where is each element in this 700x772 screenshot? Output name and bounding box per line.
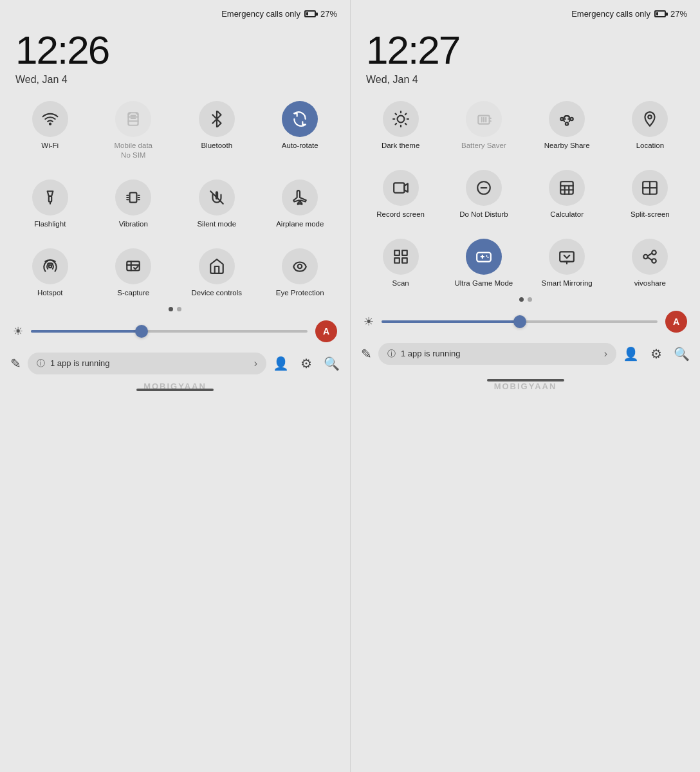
tile-splitscreen[interactable]: Split-screen	[611, 170, 690, 219]
status-bar-2: Emergency calls only 27%	[351, 0, 700, 24]
tile-autorotate-label: Auto-rotate	[282, 141, 318, 151]
running-text-1: 1 app is running	[50, 358, 249, 368]
tile-calculator[interactable]: Calculator	[528, 170, 607, 219]
avatar-btn-2[interactable]: A	[665, 311, 687, 333]
svg-rect-65	[560, 252, 574, 261]
settings-icon-1[interactable]: ⚙	[300, 356, 312, 371]
svg-point-70	[652, 259, 657, 263]
tile-recordscreen-label: Record screen	[376, 210, 425, 219]
battery-pct-2: 27%	[670, 9, 687, 19]
tile-recordscreen[interactable]: Record screen	[361, 170, 440, 219]
clock-1: 12:26	[15, 30, 335, 70]
avatar-btn-1[interactable]: A	[315, 320, 337, 342]
status-bar-1: Emergency calls only 27%	[0, 0, 350, 24]
settings-icon-2[interactable]: ⚙	[650, 346, 662, 362]
tile-scan[interactable]: Scan	[361, 239, 440, 288]
tile-smartmirroring-label: Smart Mirroring	[542, 279, 593, 288]
user-icon-1[interactable]: 👤	[273, 356, 289, 371]
brightness-icon-1: ☀	[13, 324, 23, 338]
panel-1: MOBIGYAAN Emergency calls only 27% 12:26…	[0, 0, 350, 772]
tile-vibration[interactable]: Vibration	[94, 179, 174, 229]
home-indicator-2	[487, 379, 564, 381]
search-icon-2[interactable]: 🔍	[674, 346, 690, 362]
brightness-track-1[interactable]	[31, 330, 308, 333]
tile-calculator-label: Calculator	[550, 210, 584, 219]
svg-point-23	[397, 116, 404, 123]
svg-point-63	[486, 255, 487, 257]
date-1: Wed, Jan 4	[15, 74, 335, 86]
bottom-bar-1: ✎ ⓘ 1 app is running › 👤 ⚙ 🔍	[0, 349, 350, 378]
tile-smartmirroring[interactable]: Smart Mirroring	[528, 239, 607, 288]
tile-hotspot[interactable]: Hotspot	[10, 248, 90, 298]
tile-airplanemode[interactable]: Airplane mode	[261, 179, 340, 229]
tile-batterysaver-label: Battery Saver	[461, 141, 506, 151]
tile-vibration-label: Vibration	[119, 219, 148, 229]
svg-point-22	[298, 264, 302, 269]
edit-btn-2[interactable]: ✎	[361, 346, 372, 362]
tile-ultragamemode-label: Ultra Game Mode	[454, 279, 513, 288]
dots-p1	[0, 307, 350, 311]
dot-1-active	[169, 307, 173, 311]
tile-batterysaver[interactable]: Battery Saver	[444, 101, 523, 151]
chevron-1: ›	[254, 358, 257, 369]
tile-vivoshare[interactable]: vivoshare	[611, 239, 690, 288]
svg-line-72	[648, 257, 652, 260]
tile-flashlight[interactable]: Flashlight	[10, 179, 90, 229]
dot-2-inactive	[528, 297, 532, 302]
search-icon-1[interactable]: 🔍	[324, 356, 340, 371]
brightness-track-2[interactable]	[382, 320, 658, 323]
running-pill-1[interactable]: ⓘ 1 app is running ›	[28, 353, 266, 374]
tile-scapture[interactable]: S-capture	[94, 248, 174, 298]
svg-rect-59	[402, 258, 407, 263]
dot-2-active	[519, 297, 524, 302]
date-2: Wed, Jan 4	[366, 74, 685, 86]
svg-point-0	[50, 124, 51, 125]
tile-devicecontrols[interactable]: Device controls	[177, 248, 257, 298]
running-pill-2[interactable]: ⓘ 1 app is running ›	[378, 343, 616, 365]
panel-2: MOBIGYAAN Emergency calls only 27% 12:27…	[350, 0, 700, 772]
svg-line-26	[395, 114, 396, 115]
status-text-1: Emergency calls only	[221, 9, 300, 19]
quick-tiles-row1-p1: Wi-Fi Mobile dataNo SIM Bluetooth Auto-r…	[0, 88, 350, 160]
svg-point-18	[49, 265, 51, 268]
edit-btn-1[interactable]: ✎	[10, 356, 21, 371]
svg-point-43	[649, 115, 652, 118]
svg-marker-45	[404, 183, 407, 192]
tile-bluetooth[interactable]: Bluetooth	[177, 101, 257, 160]
status-text-2: Emergency calls only	[571, 9, 650, 19]
tile-eyeprotection-label: Eye Protection	[276, 288, 324, 298]
svg-rect-56	[394, 250, 400, 255]
tile-mobiledata[interactable]: Mobile dataNo SIM	[94, 101, 174, 160]
tile-donotdisturb[interactable]: Do Not Disturb	[444, 170, 523, 219]
tile-donotdisturb-label: Do Not Disturb	[459, 210, 508, 219]
user-icon-2[interactable]: 👤	[623, 346, 639, 362]
brightness-row-1[interactable]: ☀ A	[0, 314, 350, 349]
tile-ultragamemode[interactable]: Ultra Game Mode	[444, 239, 523, 288]
tile-wifi-label: Wi-Fi	[41, 141, 59, 151]
svg-rect-48	[560, 181, 573, 194]
svg-rect-44	[394, 183, 404, 192]
brightness-row-2[interactable]: ☀ A	[351, 304, 700, 339]
clock-2: 12:27	[366, 30, 685, 70]
svg-rect-58	[394, 258, 400, 263]
tile-nearbyshare[interactable]: Nearby Share	[528, 101, 607, 151]
tile-location[interactable]: Location	[611, 101, 690, 151]
battery-icon-1	[304, 10, 316, 17]
tile-mobiledata-label: Mobile dataNo SIM	[115, 141, 152, 160]
tile-devicecontrols-label: Device controls	[191, 288, 242, 298]
running-text-2: 1 app is running	[401, 349, 599, 358]
tile-silentmode[interactable]: Silent mode	[177, 179, 257, 229]
tile-autorotate[interactable]: Auto-rotate	[261, 101, 340, 160]
tile-vivoshare-label: vivoshare	[634, 279, 666, 288]
svg-rect-10	[130, 192, 137, 202]
tile-silentmode-label: Silent mode	[197, 219, 236, 229]
svg-line-27	[405, 124, 407, 125]
bottom-icons-2: 👤 ⚙ 🔍	[623, 346, 690, 362]
svg-line-71	[648, 253, 652, 255]
tile-hotspot-label: Hotspot	[37, 288, 63, 298]
tile-wifi[interactable]: Wi-Fi	[10, 101, 90, 160]
tile-eyeprotection[interactable]: Eye Protection	[261, 248, 340, 298]
svg-point-38	[566, 122, 568, 125]
svg-line-31	[405, 114, 407, 115]
tile-darktheme[interactable]: Dark theme	[361, 101, 440, 151]
